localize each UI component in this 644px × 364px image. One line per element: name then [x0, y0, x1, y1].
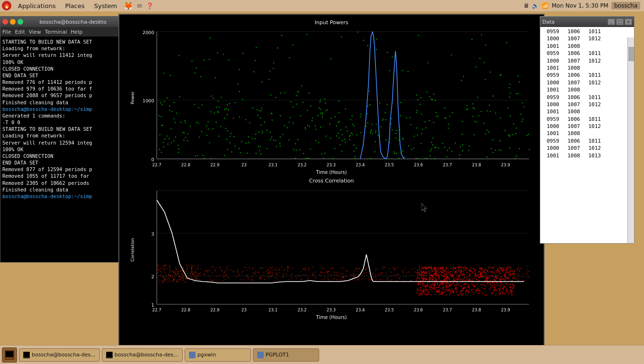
email-icon[interactable]: ✉ [137, 2, 142, 9]
svg-rect-1027 [284, 269, 285, 270]
taskbar-item-0[interactable]: bosscha@bosscha-des... [19, 348, 100, 362]
svg-rect-1885 [191, 265, 192, 266]
svg-rect-1336 [420, 282, 421, 283]
svg-rect-190 [241, 141, 242, 142]
svg-rect-86 [400, 115, 401, 116]
close-button[interactable] [2, 19, 8, 25]
help-icon[interactable]: ❓ [146, 2, 153, 9]
svg-rect-1352 [444, 291, 445, 292]
svg-rect-866 [485, 274, 486, 275]
minimize-data-button[interactable]: _ [608, 18, 615, 25]
svg-rect-131 [280, 115, 281, 116]
svg-rect-817 [507, 277, 508, 278]
svg-rect-562 [178, 273, 179, 274]
taskbar-item-2[interactable]: pgxwin [185, 348, 251, 362]
svg-rect-1314 [427, 279, 428, 280]
svg-rect-869 [479, 272, 480, 273]
svg-rect-23 [425, 127, 426, 128]
data-row: 100010071012 [542, 79, 626, 86]
svg-rect-1175 [446, 286, 447, 287]
svg-rect-444 [341, 36, 342, 37]
svg-rect-1433 [514, 285, 515, 286]
svg-rect-56 [321, 154, 322, 155]
svg-rect-178 [381, 126, 382, 127]
svg-rect-598 [383, 268, 384, 269]
svg-rect-1137 [432, 279, 433, 280]
svg-rect-563 [324, 279, 325, 280]
svg-rect-1596 [465, 287, 466, 288]
svg-rect-1293 [425, 291, 426, 292]
system-menu[interactable]: System [91, 1, 120, 10]
svg-rect-998 [356, 274, 357, 275]
svg-rect-1229 [420, 284, 421, 285]
svg-rect-1924 [6, 351, 13, 357]
places-menu[interactable]: Places [62, 1, 87, 10]
svg-rect-171 [435, 158, 436, 159]
svg-rect-1911 [191, 268, 192, 269]
svg-rect-870 [196, 271, 197, 272]
svg-rect-353 [185, 122, 186, 123]
help-menu[interactable]: Help [71, 29, 82, 35]
svg-rect-1346 [422, 272, 423, 273]
svg-rect-205 [385, 119, 386, 120]
svg-text:22.8: 22.8 [181, 308, 190, 312]
svg-rect-36 [292, 107, 293, 108]
svg-rect-1668 [458, 295, 459, 296]
svg-rect-336 [366, 126, 367, 127]
svg-rect-857 [248, 279, 249, 280]
applications-menu[interactable]: Applications [15, 1, 58, 10]
scrollbar-thumb[interactable] [628, 47, 634, 61]
svg-rect-1817 [486, 294, 487, 295]
svg-text:23.8: 23.8 [472, 163, 481, 167]
svg-rect-1664 [490, 287, 491, 288]
data-cell: 1001 [542, 64, 559, 72]
svg-rect-100 [224, 155, 225, 156]
svg-rect-1603 [461, 279, 462, 280]
svg-rect-993 [228, 270, 229, 271]
svg-rect-1338 [439, 284, 440, 285]
svg-rect-453 [195, 73, 196, 73]
svg-rect-777 [396, 276, 397, 277]
svg-rect-1850 [187, 273, 188, 274]
svg-rect-569 [328, 271, 329, 272]
close-data-button[interactable]: × [625, 18, 632, 25]
edit-menu[interactable]: Edit [15, 29, 25, 35]
svg-rect-55 [435, 147, 436, 148]
svg-rect-1513 [502, 270, 503, 271]
svg-rect-368 [218, 101, 219, 102]
svg-rect-742 [258, 273, 259, 273]
svg-rect-1476 [466, 290, 467, 291]
svg-rect-340 [258, 115, 259, 116]
svg-rect-24 [371, 129, 372, 130]
svg-rect-737 [353, 274, 354, 275]
svg-rect-317 [299, 149, 300, 150]
taskbar-item-1[interactable]: bosscha@bosscha-des... [102, 348, 183, 362]
svg-rect-731 [359, 279, 360, 280]
svg-text:23.4: 23.4 [356, 163, 365, 167]
data-scrollbar[interactable] [627, 37, 634, 243]
svg-rect-944 [390, 276, 391, 277]
svg-rect-166 [272, 119, 273, 120]
taskbar-item-3[interactable]: PGPLOT1 [253, 348, 319, 362]
svg-rect-372 [352, 124, 353, 125]
firefox-icon[interactable]: 🦊 [124, 1, 133, 10]
view-menu[interactable]: View [29, 29, 41, 35]
maximize-data-button[interactable]: □ [616, 18, 624, 25]
file-menu[interactable]: File [2, 29, 11, 35]
svg-rect-1364 [429, 277, 430, 278]
svg-rect-192 [379, 102, 380, 103]
svg-rect-1773 [492, 275, 493, 276]
svg-rect-302 [375, 141, 376, 142]
minimize-button[interactable] [10, 19, 16, 25]
svg-rect-1823 [178, 267, 179, 268]
svg-rect-712 [343, 268, 344, 269]
terminal-menu[interactable]: Terminal [45, 29, 67, 35]
svg-rect-497 [501, 74, 501, 75]
svg-rect-437 [281, 35, 282, 36]
svg-rect-475 [269, 71, 270, 72]
svg-rect-1067 [328, 274, 329, 275]
svg-rect-1388 [447, 291, 447, 291]
maximize-button[interactable] [18, 19, 23, 25]
svg-rect-98 [421, 133, 422, 134]
svg-rect-442 [228, 60, 229, 61]
